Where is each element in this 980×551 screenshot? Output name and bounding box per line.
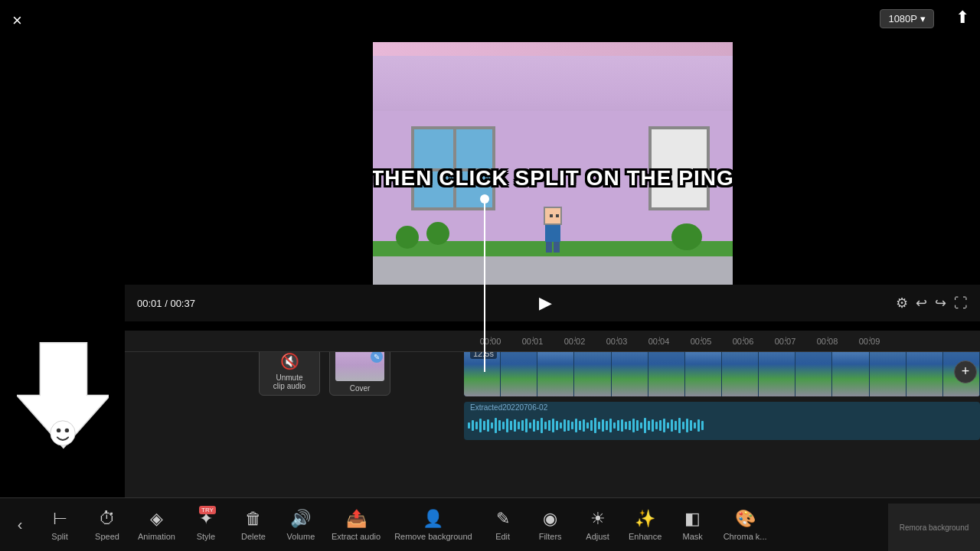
resolution-selector[interactable]: 1080P ▾ (880, 9, 934, 28)
toolbar-items: ⊢Split⏱Speed◈Animation✦TRYStyle🗑Delete🔊V… (37, 506, 773, 544)
style-icon-wrapper: ✦TRY (199, 509, 213, 529)
video-frame-thumb (906, 352, 943, 396)
style-label: Style (197, 532, 215, 541)
waveform-bar (541, 418, 543, 433)
waveform-bar (632, 419, 635, 432)
tool-edit[interactable]: ✎Edit (480, 506, 526, 544)
playhead-dot (480, 194, 489, 204)
char-leg-left (546, 242, 552, 253)
chroma-label: Chroma k... (724, 532, 767, 541)
video-duration-label: 12.5s (470, 352, 497, 359)
edit-label: Edit (495, 532, 510, 541)
audio-track-inner: Extracted20220706-02 (464, 402, 980, 440)
waveform-bar (625, 422, 627, 429)
waveform-bar (564, 419, 566, 432)
audio-waveform (464, 414, 980, 437)
waveform-bar (602, 419, 604, 432)
add-clip-button[interactable]: + (954, 360, 977, 383)
waveform-bar (690, 420, 692, 431)
waveform-bar (502, 422, 505, 429)
video-frame-thumb (795, 352, 832, 396)
preview-area: Then click split on the ping (125, 38, 980, 321)
waveform-bar (483, 421, 485, 430)
video-frame-thumb (501, 352, 537, 396)
volume-icon: 🔊 (290, 509, 311, 529)
svg-point-2 (56, 429, 60, 432)
controls-bar: 00:01 / 00:37 ▶ ⚙ ↩ ↪ ⛶ (125, 285, 980, 321)
bottom-toolbar: ‹ ⊢Split⏱Speed◈Animation✦TRYStyle🗑Delete… (0, 497, 980, 551)
split-label: Split (51, 532, 67, 541)
unmute-button[interactable]: 🔇 Unmuteclip audio (259, 352, 320, 396)
waveform-bar (567, 420, 570, 431)
settings-button[interactable]: ⚙ (896, 295, 908, 311)
ruler-mark: 00:07 (764, 337, 806, 346)
video-frame-thumb (685, 352, 722, 396)
waveform-bar (636, 420, 639, 431)
video-frame-thumb (574, 352, 611, 396)
tool-remove_bg[interactable]: 👤Remove background (388, 506, 479, 544)
waveform-bar (583, 419, 585, 432)
tool-delete[interactable]: 🗑Delete (230, 506, 276, 544)
cover-thumbnail: ✎ (335, 352, 384, 381)
filters-label: Filters (539, 532, 562, 541)
waveform-bar (655, 422, 658, 429)
waveform-bar (629, 421, 631, 430)
extract_audio-label: Extract audio (332, 532, 381, 541)
pencil-icon: ✎ (371, 352, 383, 363)
tool-extract_audio[interactable]: 📤Extract audio (325, 506, 387, 544)
waveform-bar (537, 421, 539, 430)
waveform-bar (479, 419, 482, 432)
tool-adjust[interactable]: ☀Adjust (575, 506, 621, 544)
dropdown-icon: ▾ (920, 13, 926, 24)
enhance-label: Enhance (629, 532, 662, 541)
ruler-marks: 00:0000:0100:0200:0300:0400:0500:0600:07… (125, 331, 890, 351)
cover-button[interactable]: ✎ Cover (329, 352, 390, 396)
waveform-bar (594, 418, 596, 433)
redo-button[interactable]: ↪ (935, 295, 946, 311)
close-button[interactable]: × (12, 11, 22, 31)
arrow-mascot (17, 337, 109, 474)
waveform-bar (552, 419, 554, 432)
waveform-bar (498, 420, 501, 431)
video-frame-thumb (722, 352, 759, 396)
tool-animation[interactable]: ◈Animation (132, 506, 181, 544)
fullscreen-button[interactable]: ⛶ (954, 295, 968, 311)
video-frame-thumb (759, 352, 795, 396)
waveform-bar (613, 422, 616, 429)
tool-volume[interactable]: 🔊Volume (278, 506, 324, 544)
tool-chroma[interactable]: 🎨Chroma k... (717, 506, 773, 544)
waveform-bar (514, 419, 516, 432)
filters-icon: ◉ (543, 509, 557, 529)
ruler-mark: 00:02 (554, 337, 596, 346)
bush-mid (426, 222, 449, 245)
speed-icon: ⏱ (99, 509, 116, 529)
waveform-bar (495, 418, 497, 433)
speed-label: Speed (95, 532, 119, 541)
play-button[interactable]: ▶ (539, 293, 552, 313)
tool-mask[interactable]: ◧Mask (670, 506, 716, 544)
tool-enhance[interactable]: ✨Enhance (622, 506, 668, 544)
unmute-label: Unmuteclip audio (273, 373, 305, 390)
waveform-bar (606, 421, 608, 430)
tool-split[interactable]: ⊢Split (37, 506, 83, 544)
video-track: 12.5s + (464, 352, 980, 396)
split-icon-wrapper: ⊢ (53, 509, 67, 529)
undo-button[interactable]: ↩ (916, 295, 927, 311)
tool-speed[interactable]: ⏱Speed (84, 506, 130, 544)
timeline-area[interactable]: 🔇 Unmuteclip audio ✎ Cover 12.5s + Extra… (125, 352, 980, 497)
waveform-bar (472, 420, 474, 431)
bush-left (396, 226, 419, 249)
animation-label: Animation (138, 532, 175, 541)
remove_bg-label: Remove background (394, 532, 472, 541)
try-badge: TRY (199, 506, 216, 514)
waveform-bar (556, 421, 558, 430)
upload-button[interactable]: ⬆ (956, 8, 969, 28)
current-time: 00:01 (137, 298, 162, 309)
char-face (550, 214, 553, 217)
waveform-bar (617, 420, 619, 431)
waveform-bar (518, 422, 520, 429)
character (537, 207, 568, 253)
back-button[interactable]: ‹ (6, 511, 34, 539)
tool-style[interactable]: ✦TRYStyle (183, 506, 229, 544)
tool-filters[interactable]: ◉Filters (528, 506, 573, 544)
